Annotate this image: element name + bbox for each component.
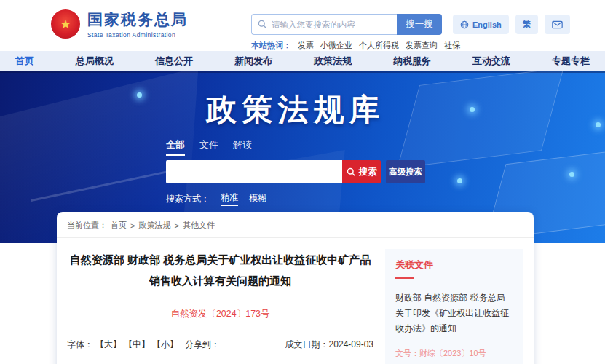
banner-glow-dot: [470, 107, 475, 112]
search-icon: [258, 20, 267, 29]
header-search-button[interactable]: 搜一搜: [397, 14, 442, 35]
font-size-label: 字体：: [67, 339, 93, 351]
breadcrumb-label: 当前位置：: [67, 220, 107, 231]
share-label: 分享到：: [185, 339, 220, 351]
header-search-input[interactable]: [272, 20, 391, 29]
search-icon: [347, 167, 356, 177]
nav-item-interaction[interactable]: 互动交流: [472, 55, 510, 68]
article-date: 成文日期：2024-09-03: [285, 339, 373, 351]
hotword-link[interactable]: 发票: [298, 40, 314, 51]
date-value: 2024-09-03: [329, 339, 373, 349]
site-logo[interactable]: ★ 国家税务总局 State Taxation Administration: [51, 9, 188, 39]
national-emblem-icon: ★: [51, 9, 80, 39]
header-actions: English 繁: [453, 15, 570, 34]
advanced-search-button[interactable]: 高级搜索: [386, 160, 425, 183]
english-button[interactable]: English: [453, 15, 509, 34]
envelope-icon: [552, 20, 563, 29]
mode-fuzzy[interactable]: 模糊: [249, 192, 266, 206]
banner-glow-dot: [596, 122, 601, 127]
banner-glow-dot: [457, 178, 462, 183]
hotword-link[interactable]: 社保: [444, 40, 460, 51]
hotword-link[interactable]: 发票查询: [406, 40, 438, 51]
breadcrumb-separator: >: [130, 221, 135, 230]
related-document-link[interactable]: 财政部 自然资源部 税务总局关于印发《矿业权出让收益征收办法》的通知: [395, 290, 513, 336]
article-column: 自然资源部 财政部 税务总局关于矿业权出让收益征收中矿产品销售收入计算有关问题的…: [67, 249, 373, 364]
related-doc-number: 文号：财综〔2023〕10号: [395, 348, 513, 359]
logo-text: 国家税务总局 State Taxation Administration: [87, 9, 188, 39]
site-title: 国家税务总局: [87, 9, 188, 30]
nav-item-home[interactable]: 首页: [15, 55, 34, 68]
tab-documents[interactable]: 文件: [199, 138, 218, 156]
font-size-controls: 字体： 【大】 【中】 【小】 分享到：: [67, 339, 220, 351]
search-mode-label: 搜索方式：: [166, 193, 210, 205]
banner-glow-dot: [569, 172, 574, 177]
banner-tabs: 全部 文件 解读: [166, 138, 425, 156]
policy-search-label: 搜索: [359, 166, 377, 178]
content-card: 当前位置： 首页 > 政策法规 > 其他文件 自然资源部 财政部 税务总局关于矿…: [57, 212, 534, 364]
breadcrumb-current: 其他文件: [183, 220, 215, 231]
tab-all[interactable]: 全部: [166, 138, 185, 156]
site-hotwords: 本站热词： 发票 小微企业 个人所得税 发票查询 社保: [251, 40, 460, 51]
hotword-link[interactable]: 小微企业: [320, 40, 352, 51]
banner-glow-dot: [137, 92, 142, 98]
hotword-link[interactable]: 个人所得税: [359, 40, 399, 51]
breadcrumb-home[interactable]: 首页: [111, 220, 127, 231]
hotwords-label: 本站热词：: [251, 40, 291, 51]
font-size-medium-button[interactable]: 【中】: [124, 339, 150, 351]
english-label: English: [472, 20, 502, 29]
globe-icon: [460, 20, 469, 29]
main-nav: 首页 总局概况 信息公开 新闻发布 政策法规 纳税服务 互动交流 专题专栏: [0, 51, 605, 71]
date-label: 成文日期：: [285, 339, 329, 349]
banner-content: 政策法规库 全部 文件 解读 搜索 高级搜索 搜索方式： 精准 模糊 热门关键词…: [166, 71, 425, 223]
policy-search-input[interactable]: [166, 160, 342, 183]
title-divider: [68, 298, 372, 298]
content-row: 自然资源部 财政部 税务总局关于矿业权出让收益征收中矿产品销售收入计算有关问题的…: [57, 238, 534, 364]
site-header: ★ 国家税务总局 State Taxation Administration 搜…: [0, 0, 605, 51]
related-documents-panel: 关联文件 财政部 自然资源部 税务总局关于印发《矿业权出让收益征收办法》的通知 …: [385, 249, 523, 364]
article-doc-number: 自然资发〔2024〕173号: [67, 308, 373, 320]
policy-search-bar: 搜索 高级搜索: [166, 160, 425, 183]
traditional-label: 繁: [523, 19, 531, 30]
header-search-area: 搜一搜 本站热词： 发票 小微企业 个人所得税 发票查询 社保: [251, 14, 460, 51]
nav-item-tax-service[interactable]: 纳税服务: [393, 55, 431, 68]
nav-item-special[interactable]: 专题专栏: [552, 55, 590, 68]
nav-item-disclosure[interactable]: 信息公开: [155, 55, 193, 68]
article-meta-row: 字体： 【大】 【中】 【小】 分享到： 成文日期：2024-09-03: [67, 339, 373, 351]
breadcrumb-separator: >: [174, 221, 178, 230]
mail-button[interactable]: [545, 15, 570, 34]
site-subtitle: State Taxation Administration: [87, 31, 188, 39]
nav-item-policy[interactable]: 政策法规: [314, 55, 352, 68]
mode-precise[interactable]: 精准: [221, 191, 238, 206]
search-mode-row: 搜索方式： 精准 模糊: [166, 191, 425, 206]
nav-item-overview[interactable]: 总局概况: [76, 55, 114, 68]
heading-underline: [395, 277, 414, 279]
policy-search-button[interactable]: 搜索: [342, 160, 381, 183]
traditional-chinese-button[interactable]: 繁: [515, 15, 538, 34]
nav-item-news[interactable]: 新闻发布: [234, 55, 272, 68]
header-search-box[interactable]: [251, 14, 397, 35]
banner-title: 政策法规库: [166, 90, 425, 130]
breadcrumb-policy[interactable]: 政策法规: [138, 220, 170, 231]
related-heading: 关联文件: [395, 258, 513, 272]
font-size-large-button[interactable]: 【大】: [95, 339, 122, 351]
tab-interpretation[interactable]: 解读: [233, 138, 252, 156]
article-title: 自然资源部 财政部 税务总局关于矿业权出让收益征收中矿产品销售收入计算有关问题的…: [67, 249, 373, 292]
font-size-small-button[interactable]: 【小】: [152, 339, 178, 351]
breadcrumb: 当前位置： 首页 > 政策法规 > 其他文件: [57, 212, 534, 238]
